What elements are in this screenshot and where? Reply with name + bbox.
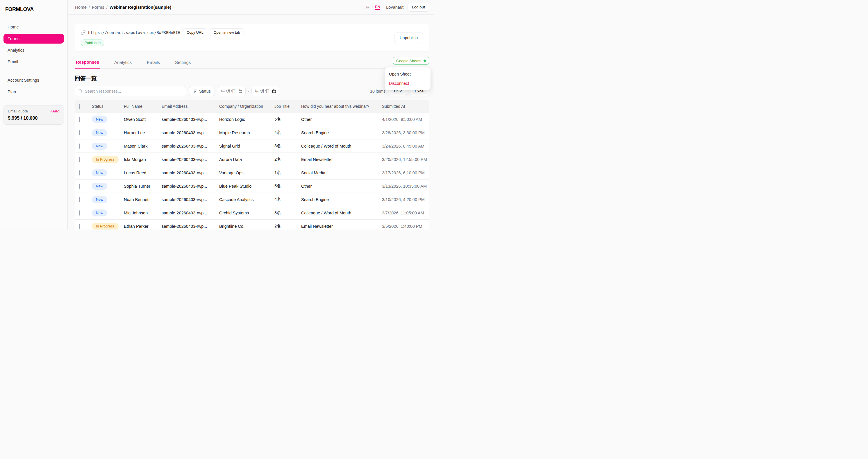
table-header-row: Status Full Name Email Address Company /…	[75, 100, 429, 113]
lang-en-link[interactable]: EN	[375, 5, 380, 10]
row-checkbox[interactable]	[79, 184, 80, 189]
table-row[interactable]: New Harper Lee sample-20260403-rwp... Ma…	[75, 126, 429, 139]
copy-url-button[interactable]: Copy URL	[183, 29, 207, 36]
status-badge: New	[92, 129, 107, 136]
status-badge: New	[92, 183, 107, 190]
row-checkbox[interactable]	[79, 143, 80, 149]
cell-company: Vantage Ops	[219, 170, 274, 175]
cell-job-title: 3名	[274, 210, 301, 216]
connected-dot-icon	[424, 60, 426, 62]
row-checkbox[interactable]	[79, 157, 80, 162]
sidebar-item-home[interactable]: Home	[3, 22, 64, 32]
cell-company: Cascade Analytics	[219, 197, 274, 202]
cell-heard: Search Engine	[301, 197, 382, 202]
row-checkbox[interactable]	[79, 210, 80, 216]
search-input[interactable]	[85, 89, 183, 94]
status-badge: New	[92, 116, 107, 123]
responses-heading: 回答一覧	[75, 75, 429, 82]
status-badge: In Progress	[92, 156, 119, 163]
row-checkbox[interactable]	[79, 197, 80, 202]
cell-email: sample-20260403-rwp...	[162, 170, 219, 175]
sidebar-item-forms[interactable]: Forms	[3, 34, 64, 43]
sidebar-item-account-settings[interactable]: Account Settings	[3, 75, 64, 85]
cell-submitted: 3/13/2026, 10:35:00 AM	[382, 184, 429, 189]
date-from-input[interactable]: 年 /月/日	[218, 86, 246, 96]
table-row[interactable]: New Sophia Turner sample-20260403-rwp...…	[75, 179, 429, 193]
cell-heard: Social Media	[301, 170, 382, 175]
unpublish-button[interactable]: Unpublish	[394, 33, 423, 43]
email-quota-card: Email quota +Add 9,995 / 10,000	[3, 105, 64, 125]
responses-toolbar: Status 年 /月/日 - 年 /月/日 10 items	[75, 86, 429, 96]
sidebar-item-label: Account Settings	[7, 78, 39, 83]
cell-heard: Search Engine	[301, 130, 382, 135]
tab-settings[interactable]: Settings	[174, 60, 192, 68]
cell-submitted: 3/10/2026, 4:20:00 PM	[382, 197, 429, 202]
google-sheets-button[interactable]: Google Sheets	[393, 57, 429, 65]
row-checkbox[interactable]	[79, 130, 80, 135]
sidebar-item-analytics[interactable]: Analytics	[3, 45, 64, 55]
cell-full-name: Noah Bennett	[124, 197, 162, 202]
cell-full-name: Harper Lee	[124, 130, 162, 135]
table-row[interactable]: New Owen Scott sample-20260403-rwp... Ho…	[75, 113, 429, 126]
calendar-icon[interactable]	[238, 89, 242, 93]
cell-submitted: 3/7/2026, 11:05:00 AM	[382, 210, 429, 215]
logout-button[interactable]: Log out	[407, 3, 429, 12]
main-area: Home / Forms / Webinar Registration(samp…	[68, 0, 434, 230]
cell-submitted: 3/17/2026, 6:10:00 PM	[382, 170, 429, 175]
tab-analytics[interactable]: Analytics	[113, 60, 133, 68]
status-filter-button[interactable]: Status	[189, 86, 215, 96]
open-new-tab-button[interactable]: Open in new tab	[210, 29, 244, 36]
cell-email: sample-20260403-rwp...	[162, 157, 219, 162]
cell-company: Aurora Data	[219, 157, 274, 162]
calendar-icon[interactable]	[272, 89, 276, 93]
link-icon	[81, 30, 86, 35]
breadcrumb-current: Webinar Registration(sample)	[110, 5, 171, 9]
table-row[interactable]: In Progress Ethan Parker sample-20260403…	[75, 220, 429, 230]
cell-heard: Colleague / Word of Mouth	[301, 144, 382, 149]
cell-full-name: Isla Morgan	[124, 157, 162, 162]
cell-full-name: Sophia Turner	[124, 184, 162, 189]
row-checkbox[interactable]	[79, 224, 80, 229]
status-badge: New	[92, 143, 107, 150]
menu-item-open-sheet[interactable]: Open Sheet	[384, 69, 431, 79]
username: Lovanaut	[386, 5, 403, 9]
lang-ja-link[interactable]: JA	[365, 5, 370, 9]
cell-job-title: 4名	[274, 130, 301, 135]
table-row[interactable]: New Mia Johnson sample-20260403-rwp... O…	[75, 206, 429, 220]
table-row[interactable]: In Progress Isla Morgan sample-20260403-…	[75, 153, 429, 166]
sidebar-item-label: Home	[7, 25, 19, 29]
select-all-checkbox[interactable]	[79, 104, 80, 109]
breadcrumb: Home / Forms / Webinar Registration(samp…	[75, 5, 171, 9]
sidebar-item-label: Analytics	[7, 48, 24, 53]
breadcrumb-forms[interactable]: Forms	[92, 5, 104, 9]
cell-company: Signal Grid	[219, 144, 274, 149]
cell-email: sample-20260403-rwp...	[162, 224, 219, 229]
date-to-input[interactable]: 年 /月/日	[251, 86, 279, 96]
cell-heard: Email Newsletter	[301, 224, 382, 229]
email-quota-add-link[interactable]: +Add	[50, 109, 60, 113]
cell-job-title: 1名	[274, 170, 301, 175]
tab-responses[interactable]: Responses	[75, 60, 100, 69]
app-root: FORMLOVA Home Forms Analytics Email Acco…	[0, 0, 434, 230]
row-checkbox[interactable]	[79, 170, 80, 175]
row-checkbox[interactable]	[79, 117, 80, 122]
cell-job-title: 5名	[274, 117, 301, 122]
sidebar-item-email[interactable]: Email	[3, 57, 64, 67]
status-filter-label: Status	[199, 89, 211, 94]
sidebar-item-plan[interactable]: Plan	[3, 87, 64, 97]
col-company: Company / Organization	[219, 104, 274, 109]
form-url: https://contact.sapolova.com/RwPKBHnBIH	[88, 30, 180, 35]
status-badge: New	[92, 196, 107, 203]
date-range-separator: -	[248, 89, 249, 93]
col-status: Status	[92, 104, 124, 109]
tab-emails[interactable]: Emails	[146, 60, 161, 68]
table-row[interactable]: New Lucas Reed sample-20260403-rwp... Va…	[75, 166, 429, 179]
email-quota-label: Email quota	[8, 109, 28, 113]
breadcrumb-home[interactable]: Home	[75, 5, 87, 9]
table-row[interactable]: New Mason Clark sample-20260403-rwp... S…	[75, 139, 429, 153]
cell-company: Orchid Systems	[219, 210, 274, 215]
brand-logo: FORMLOVA	[3, 0, 64, 18]
status-badge: New	[92, 169, 107, 176]
table-row[interactable]: New Noah Bennett sample-20260403-rwp... …	[75, 193, 429, 206]
menu-item-disconnect[interactable]: Disconnect	[384, 79, 431, 88]
